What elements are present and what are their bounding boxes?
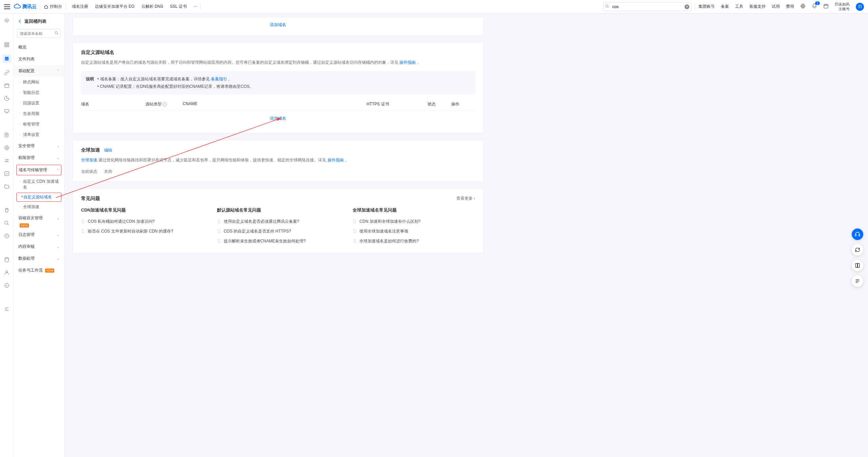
rail-sliders-icon[interactable] [3,157,10,164]
menu-intelligent-tier[interactable]: 智能分层 [14,87,64,98]
back-to-buckets[interactable]: 返回桶列表 [14,14,64,29]
menu-origin-setting[interactable]: 回源设置 [14,98,64,108]
menu-lifecycle[interactable]: 生命周期 [14,108,64,119]
calendar-icon[interactable] [823,3,829,10]
nav-dns[interactable]: 云解析 DNS [141,4,163,9]
menu-overview[interactable]: 概览 [14,41,64,53]
info-icon[interactable]: i [163,102,167,106]
svg-rect-8 [5,110,9,112]
menu-domain-transfer[interactable]: 域名与传输管理⌃ [16,165,61,175]
clear-search-icon[interactable]: ✕ [685,4,689,9]
menu-log[interactable]: 日志管理⌄ [14,229,64,241]
rail-storage-icon[interactable] [2,54,11,63]
note-box: 说明 • 域名备案：接入自定义源站域名需要完成域名备案，详情参见 备案指引 。 … [81,71,475,95]
svg-point-21 [55,32,58,34]
link-tools[interactable]: 工具 [735,4,743,9]
faq-item[interactable]: 能否在 COS 文件更新时自动刷新 CDN 的缓存? [81,226,203,236]
faq-item[interactable]: 使用自定义域名是否必须通过腾讯云备案? [217,217,339,226]
book-icon[interactable] [852,260,863,271]
bell-icon[interactable]: 1 [812,3,817,10]
menu-security[interactable]: 安全管理⌄ [14,140,64,152]
user-name: 归去如风 [835,2,850,6]
menu-global-accel[interactable]: 全球加速 [14,202,64,212]
menu-filelist[interactable]: 文件列表 [14,53,64,65]
edit-link[interactable]: 编辑 [104,147,112,153]
headset-icon[interactable] [852,228,863,240]
rail-folder-icon[interactable] [3,183,10,190]
guide-link[interactable]: 操作指南 [399,60,416,65]
global-accel-link[interactable]: 全球加速 [81,158,97,162]
console-link[interactable]: 控制台 [44,4,62,9]
menu-toggle-icon[interactable] [4,4,10,9]
menu-custom-cdn-domain[interactable]: 自定义 CDN 加速域名 [14,176,64,193]
rail-monitor-icon[interactable] [3,108,10,115]
faq-more-link[interactable]: 查看更多 › [456,196,475,201]
menu-custom-origin-domain[interactable]: 自定义源站域名 [16,193,61,202]
card-faq: 常见问题 查看更多 › CDN加速域名常见问题 COS 私有桶如何通过CDN 加… [73,188,484,253]
icon-rail [0,14,14,274]
section-desc: 自定义源站域名是用户将自己的域名与源站关联，用于访问和管理网站或应用的内容。您可… [81,59,475,66]
menu-tags[interactable]: 标签管理 [14,119,64,130]
faq-item[interactable]: 使用全球加速域名注意事项 [353,226,475,236]
svg-rect-23 [855,235,856,236]
globe-icon[interactable] [800,3,806,10]
rail-check-icon[interactable] [3,170,10,177]
nav-more[interactable]: ··· [194,4,197,9]
link-group-account[interactable]: 集团账号 [698,4,715,9]
rail-link-icon[interactable] [3,69,10,76]
rail-doc-search-icon[interactable] [3,132,10,138]
th-origin-type: 源站类型i [145,101,183,107]
link-billing[interactable]: 费用 [786,4,794,9]
top-right: 集团账号 备案 工具 客服支持 试用 费用 1 归去如风 主账号 归 [698,2,864,11]
nav-edge[interactable]: 边缘安全加速平台 EO [95,4,135,9]
user-info[interactable]: 归去如风 主账号 [835,2,850,11]
menu-workflow[interactable]: 任务与工作流 NEW [14,264,64,274]
svg-point-14 [6,161,7,162]
rail-home-icon[interactable] [3,18,10,24]
global-search-input[interactable] [603,2,691,11]
th-domain: 域名 [81,101,145,107]
brand-logo[interactable]: 腾讯云 [14,3,37,11]
chevron-up-icon: ⌃ [57,69,59,73]
refresh-icon[interactable] [852,244,863,256]
link-trial[interactable]: 试用 [772,4,780,9]
rail-zoom-icon[interactable] [3,220,10,226]
float-buttons [852,228,863,274]
faq-item[interactable]: 全球加速域名是如何进行收费的? [353,236,475,246]
faq-title: 常见问题 [81,196,100,202]
menu-label: 容错容灾管理 [18,216,43,220]
link-beian[interactable]: 备案 [721,4,729,9]
add-domain-link-2[interactable]: 添加域名 [270,116,286,121]
nav-domain-register[interactable]: 域名注册 [72,4,88,9]
menu-static-site[interactable]: 静态网站 [14,77,64,87]
top-nav: 域名注册 边缘安全加速平台 EO 云解析 DNS SSL 证书 ··· [72,4,197,9]
rail-db-icon[interactable] [3,256,10,263]
sidebar-search-input[interactable] [17,29,61,38]
add-domain-link-1[interactable]: 添加域名 [270,22,286,27]
faq-col-title: 默认源站域名常见问题 [217,207,339,213]
guide-link[interactable]: 操作指南 [328,158,344,162]
avatar[interactable]: 归 [856,3,864,11]
svg-point-13 [7,159,8,160]
faq-item[interactable]: CDN 加速和全球加速有什么区别? [353,217,475,226]
menu-content-audit[interactable]: 内容审核⌄ [14,241,64,253]
menu-baseconf[interactable]: 基础配置⌃ [14,65,64,77]
faq-item[interactable]: COS 私有桶如何通过CDN 加速访问? [81,217,203,226]
faq-item[interactable]: COS 的自定义域名是否支持 HTTPS? [217,226,339,236]
rail-grid-icon[interactable] [3,41,10,48]
search-icon [55,31,59,36]
menu-data-process[interactable]: 数据处理⌄ [14,253,64,264]
menu-fault-tolerance[interactable]: 容错容灾管理⌄ [14,212,64,224]
rail-calendar-icon[interactable] [3,82,10,89]
rail-clock-icon[interactable] [3,233,10,239]
menu-inventory[interactable]: 清单设置 [14,130,64,140]
faq-item[interactable]: 提示解析未生效或者CNAME未生效如何处理? [217,236,339,246]
beian-guide-link[interactable]: 备案指引 [211,77,227,81]
nav-ssl[interactable]: SSL 证书 [170,4,187,9]
rail-pie-icon[interactable] [3,95,10,102]
menu-permission[interactable]: 权限管理⌄ [14,152,64,164]
rail-target-icon[interactable] [3,144,10,151]
link-support[interactable]: 客服支持 [749,4,766,9]
rail-trash-icon[interactable] [3,207,10,214]
rail-user-icon[interactable] [3,269,10,274]
